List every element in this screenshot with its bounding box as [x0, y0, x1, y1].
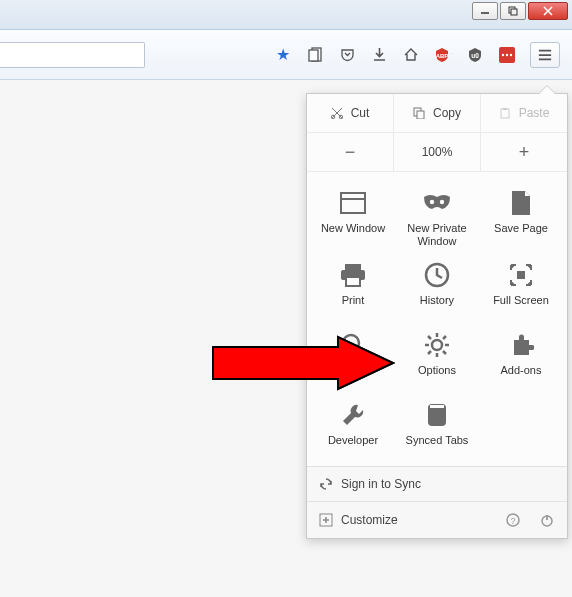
zoom-value: 100% [394, 133, 481, 171]
close-icon [543, 6, 553, 16]
addons-label: Add-ons [500, 364, 541, 388]
svg-rect-27 [517, 271, 525, 279]
help-icon: ? [506, 513, 520, 527]
fullscreen-label: Full Screen [493, 294, 549, 318]
help-button[interactable]: ? [505, 512, 521, 528]
ublock-icon[interactable]: u0 [466, 46, 484, 64]
sign-in-label: Sign in to Sync [341, 477, 421, 491]
abp-icon[interactable]: ABP [434, 46, 452, 64]
options-label: Options [418, 364, 456, 388]
minimize-icon [480, 6, 490, 16]
hamburger-menu-button[interactable] [530, 42, 560, 68]
synced-label: Synced Tabs [406, 434, 469, 458]
svg-line-35 [428, 336, 431, 339]
edit-row: Cut Copy Paste [307, 94, 567, 133]
minus-icon: − [345, 142, 356, 163]
power-icon [540, 513, 554, 527]
svg-text:?: ? [510, 516, 515, 526]
maximize-button[interactable] [500, 2, 526, 20]
sync-icon [319, 477, 333, 491]
customize-button[interactable]: Customize [319, 513, 398, 527]
developer-button[interactable]: Developer [311, 392, 395, 462]
options-button[interactable]: Options [395, 322, 479, 392]
find-icon [338, 330, 368, 360]
svg-point-28 [343, 335, 359, 351]
downloads-icon[interactable] [370, 46, 388, 64]
copy-button[interactable]: Copy [394, 94, 481, 132]
svg-rect-23 [345, 264, 361, 270]
lastpass-icon[interactable] [498, 46, 516, 64]
addons-puzzle-icon [506, 330, 536, 360]
new-window-icon [338, 188, 368, 218]
find-button[interactable]: Find [311, 322, 395, 392]
copy-icon [413, 107, 425, 119]
svg-line-36 [443, 351, 446, 354]
paste-button: Paste [481, 94, 567, 132]
cut-label: Cut [351, 106, 370, 120]
close-button[interactable] [528, 2, 568, 20]
url-bar[interactable] [0, 42, 145, 68]
options-gear-icon [422, 330, 452, 360]
developer-label: Developer [328, 434, 378, 458]
save-page-icon [506, 188, 536, 218]
svg-point-11 [506, 53, 508, 55]
addons-button[interactable]: Add-ons [479, 322, 563, 392]
print-icon [338, 260, 368, 290]
save-page-button[interactable]: Save Page [479, 180, 563, 252]
private-label: New Private Window [399, 222, 475, 248]
zoom-row: − 100% + [307, 133, 567, 172]
developer-wrench-icon [338, 400, 368, 430]
svg-line-38 [428, 351, 431, 354]
private-mask-icon [422, 188, 452, 218]
history-icon [422, 260, 452, 290]
sign-in-sync-button[interactable]: Sign in to Sync [307, 466, 567, 501]
history-button[interactable]: History [395, 252, 479, 322]
zoom-in-button[interactable]: + [481, 133, 567, 171]
customize-plus-icon [319, 513, 333, 527]
bookmark-star-icon[interactable]: ★ [274, 46, 292, 64]
toolbar: ★ ABP u0 [0, 30, 572, 80]
minimize-button[interactable] [472, 2, 498, 20]
svg-point-22 [440, 200, 444, 204]
scissors-icon [331, 107, 343, 119]
customize-label: Customize [341, 513, 398, 527]
paste-icon [499, 107, 511, 119]
svg-rect-6 [309, 50, 318, 61]
print-button[interactable]: Print [311, 252, 395, 322]
quit-button[interactable] [539, 512, 555, 528]
copy-label: Copy [433, 106, 461, 120]
synced-tabs-button[interactable]: Synced Tabs [395, 392, 479, 462]
history-label: History [420, 294, 454, 318]
hamburger-menu-panel: Cut Copy Paste − 100% + New Window New P… [306, 93, 568, 539]
cut-button[interactable]: Cut [307, 94, 394, 132]
svg-rect-40 [430, 405, 444, 408]
svg-point-10 [502, 53, 504, 55]
customize-row: Customize ? [307, 501, 567, 538]
svg-text:u0: u0 [471, 52, 479, 59]
toolbar-icons: ★ ABP u0 [274, 42, 566, 68]
pocket-icon[interactable] [338, 46, 356, 64]
svg-line-29 [357, 349, 364, 356]
svg-rect-2 [511, 9, 517, 15]
svg-point-30 [432, 340, 442, 350]
new-window-button[interactable]: New Window [311, 180, 395, 252]
plus-icon: + [519, 142, 530, 163]
zoom-out-button[interactable]: − [307, 133, 394, 171]
svg-rect-18 [503, 108, 507, 110]
print-label: Print [342, 294, 365, 318]
paste-label: Paste [519, 106, 550, 120]
maximize-icon [508, 6, 518, 16]
svg-text:ABP: ABP [436, 53, 449, 59]
home-icon[interactable] [402, 46, 420, 64]
new-private-window-button[interactable]: New Private Window [395, 180, 479, 252]
full-screen-button[interactable]: Full Screen [479, 252, 563, 322]
synced-tabs-icon [422, 400, 452, 430]
svg-point-12 [510, 53, 512, 55]
window-controls [472, 2, 568, 20]
save-page-label: Save Page [494, 222, 548, 246]
svg-line-37 [443, 336, 446, 339]
reading-list-icon[interactable] [306, 46, 324, 64]
svg-rect-19 [341, 193, 365, 213]
svg-rect-16 [417, 111, 424, 119]
new-window-label: New Window [321, 222, 385, 246]
